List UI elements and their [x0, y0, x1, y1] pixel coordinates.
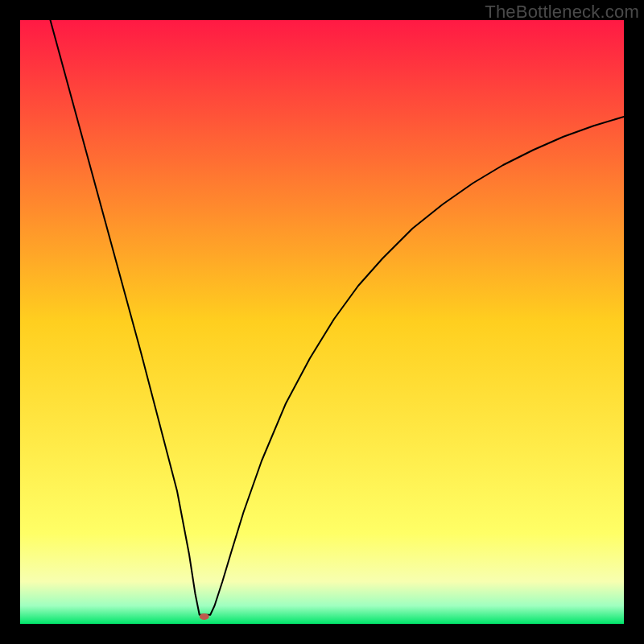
bottleneck-chart — [20, 20, 624, 624]
chart-frame — [20, 20, 624, 624]
gradient-background — [20, 20, 624, 624]
optimal-point-marker — [200, 613, 209, 620]
watermark-text: TheBottleneck.com — [485, 2, 639, 23]
